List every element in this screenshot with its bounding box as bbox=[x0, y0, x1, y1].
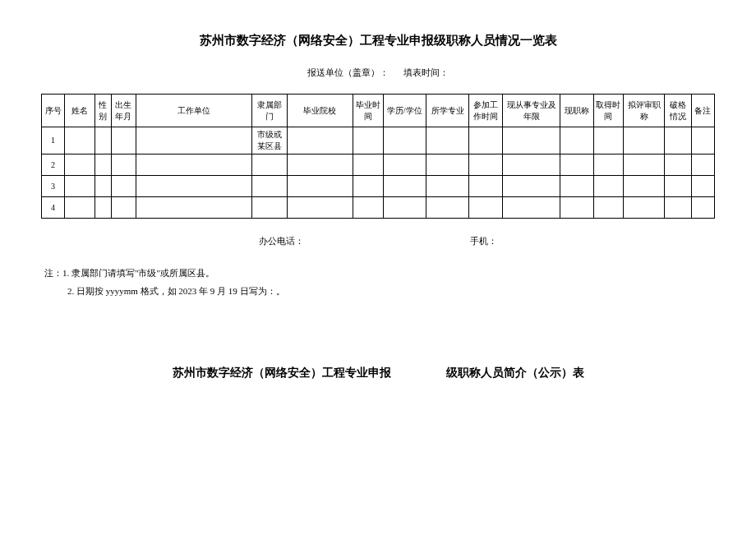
page-title-2: 苏州市数字经济（网络安全）工程专业申报 级职称人员简介（公示）表 bbox=[41, 366, 715, 380]
title2-part-a: 苏州市数字经济（网络安全）工程专业申报 bbox=[173, 367, 391, 379]
cell bbox=[287, 155, 353, 176]
cell-seq: 2 bbox=[42, 155, 65, 176]
cell bbox=[94, 155, 111, 176]
cell bbox=[383, 155, 426, 176]
th-cur-title: 现职称 bbox=[560, 95, 593, 127]
cell bbox=[623, 127, 664, 155]
cell bbox=[136, 155, 251, 176]
th-break-rule: 破格情况 bbox=[665, 95, 691, 127]
cell bbox=[560, 176, 593, 197]
cell bbox=[691, 176, 714, 197]
cell bbox=[502, 155, 560, 176]
cell bbox=[593, 155, 623, 176]
cell bbox=[426, 176, 468, 197]
cell bbox=[111, 176, 136, 197]
th-obtain-time: 取得时间 bbox=[593, 95, 623, 127]
cell bbox=[287, 176, 353, 197]
th-work-start: 参加工作时间 bbox=[469, 95, 502, 127]
contact-line: 办公电话： 手机： bbox=[41, 235, 715, 247]
table-row: 3 bbox=[42, 176, 715, 197]
cell bbox=[469, 176, 502, 197]
cell bbox=[65, 197, 94, 219]
cell-dept bbox=[252, 176, 287, 197]
note-1: 注：1. 隶属部门请填写"市级"或所属区县。 bbox=[44, 264, 715, 282]
meta-line: 报送单位（盖章）： 填表时间： bbox=[41, 67, 715, 79]
cell bbox=[65, 176, 94, 197]
th-degree: 学历/学位 bbox=[383, 95, 426, 127]
cell bbox=[65, 127, 94, 155]
unit-label: 报送单位（盖章）： bbox=[307, 67, 389, 79]
cell bbox=[469, 127, 502, 155]
cell bbox=[383, 176, 426, 197]
cell bbox=[665, 127, 691, 155]
th-dept: 隶属部门 bbox=[252, 95, 287, 127]
notes: 注：1. 隶属部门请填写"市级"或所属区县。 2. 日期按 yyyymm 格式，… bbox=[44, 264, 715, 300]
mobile-label: 手机： bbox=[470, 235, 497, 247]
table-row: 1 市级或某区县 bbox=[42, 127, 715, 155]
cell bbox=[469, 155, 502, 176]
cell bbox=[560, 197, 593, 219]
cell bbox=[94, 197, 111, 219]
cell bbox=[426, 155, 468, 176]
title2-part-b: 级职称人员简介（公示）表 bbox=[446, 367, 584, 379]
th-birth: 出生年月 bbox=[111, 95, 136, 127]
cell bbox=[426, 197, 468, 219]
cell bbox=[691, 197, 714, 219]
cell bbox=[353, 176, 383, 197]
cell-dept bbox=[252, 155, 287, 176]
cell bbox=[136, 197, 251, 219]
cell bbox=[353, 155, 383, 176]
cell bbox=[383, 197, 426, 219]
cell bbox=[665, 197, 691, 219]
cell bbox=[623, 197, 664, 219]
table-row: 2 bbox=[42, 155, 715, 176]
note-2: 2. 日期按 yyyymm 格式，如 2023 年 9 月 19 日写为：。 bbox=[67, 282, 715, 300]
th-work-unit: 工作单位 bbox=[136, 95, 251, 127]
cell bbox=[593, 197, 623, 219]
cell-seq: 1 bbox=[42, 127, 65, 155]
th-gender: 性别 bbox=[94, 95, 111, 127]
cell bbox=[502, 197, 560, 219]
cell bbox=[593, 127, 623, 155]
cell bbox=[502, 127, 560, 155]
cell bbox=[136, 127, 251, 155]
cell-dept bbox=[252, 197, 287, 219]
cell bbox=[383, 127, 426, 155]
cell bbox=[94, 127, 111, 155]
th-name: 姓名 bbox=[65, 95, 94, 127]
cell bbox=[665, 176, 691, 197]
main-table: 序号 姓名 性别 出生年月 工作单位 隶属部门 毕业院校 毕业时间 学历/学位 … bbox=[41, 94, 715, 219]
cell bbox=[111, 155, 136, 176]
date-label: 填表时间： bbox=[403, 67, 449, 79]
cell-seq: 3 bbox=[42, 176, 65, 197]
th-grad-time: 毕业时间 bbox=[353, 95, 383, 127]
th-apply-title: 拟评审职称 bbox=[623, 95, 664, 127]
cell bbox=[560, 127, 593, 155]
cell bbox=[560, 155, 593, 176]
cell bbox=[111, 127, 136, 155]
table-header-row: 序号 姓名 性别 出生年月 工作单位 隶属部门 毕业院校 毕业时间 学历/学位 … bbox=[42, 95, 715, 127]
th-remark: 备注 bbox=[691, 95, 714, 127]
cell bbox=[426, 127, 468, 155]
cell bbox=[287, 197, 353, 219]
cell bbox=[94, 176, 111, 197]
cell bbox=[623, 155, 664, 176]
cell bbox=[111, 197, 136, 219]
th-school: 毕业院校 bbox=[287, 95, 353, 127]
th-years: 现从事专业及年限 bbox=[502, 95, 560, 127]
cell-seq: 4 bbox=[42, 197, 65, 219]
office-phone-label: 办公电话： bbox=[259, 235, 304, 247]
cell bbox=[691, 155, 714, 176]
th-seq: 序号 bbox=[42, 95, 65, 127]
cell bbox=[665, 155, 691, 176]
cell bbox=[136, 176, 251, 197]
cell bbox=[353, 197, 383, 219]
cell bbox=[623, 176, 664, 197]
cell bbox=[593, 176, 623, 197]
cell-dept: 市级或某区县 bbox=[252, 127, 287, 155]
cell bbox=[502, 176, 560, 197]
page-title: 苏州市数字经济（网络安全）工程专业申报级职称人员情况一览表 bbox=[41, 33, 715, 48]
cell bbox=[287, 127, 353, 155]
cell bbox=[469, 197, 502, 219]
cell bbox=[65, 155, 94, 176]
